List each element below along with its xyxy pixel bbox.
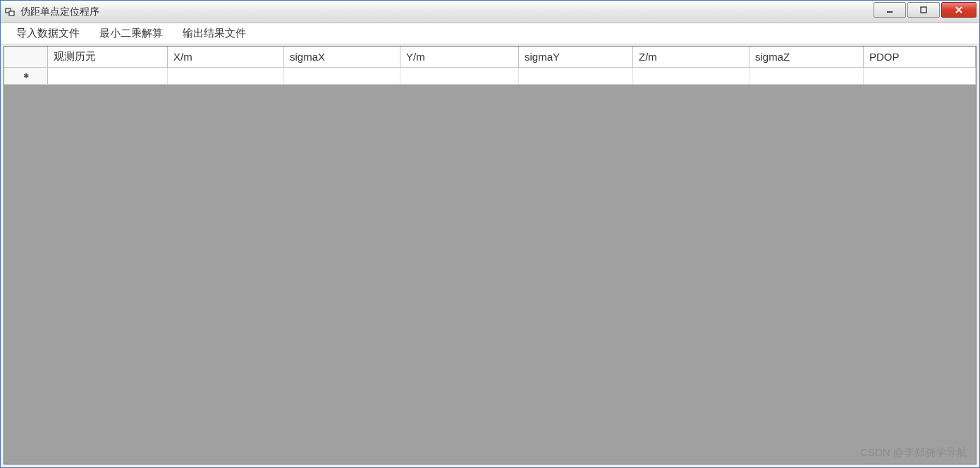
menu-import-data[interactable]: 导入数据文件: [6, 24, 90, 43]
column-header-sigmay[interactable]: sigmaY: [519, 47, 633, 67]
grid-new-row[interactable]: ✱: [4, 68, 976, 85]
maximize-icon: [919, 6, 928, 14]
window-title: 伪距单点定位程序: [20, 6, 872, 18]
titlebar[interactable]: 伪距单点定位程序: [1, 1, 979, 23]
grid-cell[interactable]: [400, 68, 519, 84]
menu-export-results[interactable]: 输出结果文件: [173, 24, 256, 43]
grid-cell[interactable]: [168, 68, 284, 84]
window-controls: [872, 2, 976, 18]
svg-rect-1: [9, 11, 14, 16]
column-header-sigmax[interactable]: sigmaX: [284, 47, 400, 67]
column-header-y[interactable]: Y/m: [400, 47, 519, 67]
minimize-button[interactable]: [874, 2, 906, 18]
column-header-z[interactable]: Z/m: [633, 47, 749, 67]
svg-line-4: [956, 7, 962, 13]
minimize-icon: [886, 6, 894, 14]
column-header-pdop[interactable]: PDOP: [864, 47, 976, 67]
grid-cell[interactable]: [284, 68, 400, 84]
grid-cell[interactable]: [48, 68, 168, 84]
row-header-cell[interactable]: ✱: [4, 68, 48, 84]
grid-cell[interactable]: [519, 68, 633, 84]
grid-cell[interactable]: [864, 68, 976, 84]
grid-cell[interactable]: [749, 68, 864, 84]
column-header-epoch[interactable]: 观测历元: [48, 47, 168, 67]
grid-cell[interactable]: [633, 68, 749, 84]
data-grid[interactable]: 观测历元 X/m sigmaX Y/m sigmaY Z/m sigmaZ PD…: [4, 47, 976, 464]
close-button[interactable]: [941, 2, 976, 18]
app-icon: [5, 6, 16, 18]
column-header-sigmaz[interactable]: sigmaZ: [749, 47, 864, 67]
svg-rect-3: [921, 7, 926, 13]
grid-corner-cell[interactable]: [4, 47, 48, 67]
new-row-marker-icon: ✱: [23, 72, 29, 80]
menubar: 导入数据文件 最小二乘解算 输出结果文件: [1, 23, 979, 44]
svg-line-5: [956, 7, 962, 13]
grid-header-row: 观测历元 X/m sigmaX Y/m sigmaY Z/m sigmaZ PD…: [4, 47, 976, 68]
menu-least-squares[interactable]: 最小二乘解算: [90, 24, 173, 43]
application-window: 伪距单点定位程序 导入数据文件 最小二乘解算 输出结果文件: [0, 0, 980, 468]
maximize-button[interactable]: [907, 2, 940, 18]
column-header-x[interactable]: X/m: [168, 47, 284, 67]
content-area: 观测历元 X/m sigmaX Y/m sigmaY Z/m sigmaZ PD…: [4, 46, 976, 464]
close-icon: [955, 6, 963, 14]
svg-rect-2: [887, 11, 893, 13]
